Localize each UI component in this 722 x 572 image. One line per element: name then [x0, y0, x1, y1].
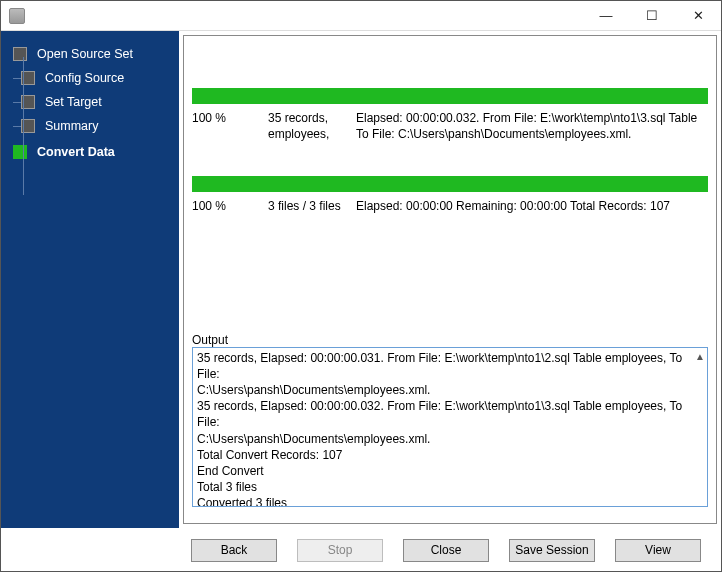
step-box-icon [13, 47, 27, 61]
file-progress-details: Elapsed: 00:00:00.032. From File: E:\wor… [356, 110, 708, 142]
step-set-target[interactable]: Set Target [31, 95, 179, 109]
step-box-icon [13, 145, 27, 159]
minimize-button[interactable]: — [583, 1, 629, 30]
step-label: Summary [45, 119, 98, 133]
output-label: Output [192, 333, 708, 347]
maximize-button[interactable]: ☐ [629, 1, 675, 30]
wizard-sidebar: Open Source Set Config Source Set Target… [1, 31, 179, 528]
save-session-button[interactable]: Save Session [509, 539, 595, 562]
total-progress-bar [192, 176, 708, 192]
output-line: C:\Users\pansh\Documents\employees.xml. [197, 431, 703, 447]
total-progress-details: Elapsed: 00:00:00 Remaining: 00:00:00 To… [356, 198, 708, 214]
window-controls: — ☐ ✕ [583, 1, 721, 30]
step-label: Config Source [45, 71, 124, 85]
tree-branch [13, 78, 21, 79]
step-label: Convert Data [37, 145, 115, 159]
content-panel: 100 % 35 records, employees, Elapsed: 00… [183, 35, 717, 524]
close-window-button[interactable]: ✕ [675, 1, 721, 30]
output-line: C:\Users\pansh\Documents\employees.xml. [197, 382, 703, 398]
file-progress-records: 35 records, employees, [268, 110, 356, 142]
step-label: Set Target [45, 95, 102, 109]
total-progress-block: 100 % 3 files / 3 files Elapsed: 00:00:0… [192, 176, 708, 214]
step-summary[interactable]: Summary [31, 119, 179, 133]
total-progress-percent: 100 % [192, 198, 268, 214]
step-config-source[interactable]: Config Source [31, 71, 179, 85]
step-convert-data[interactable]: Convert Data [13, 145, 179, 159]
scroll-up-icon[interactable]: ▲ [695, 350, 705, 364]
close-button[interactable]: Close [403, 539, 489, 562]
file-progress-bar [192, 88, 708, 104]
file-progress-percent: 100 % [192, 110, 268, 142]
app-icon [9, 8, 25, 24]
title-bar: — ☐ ✕ [1, 1, 721, 31]
tree-connector [23, 57, 24, 195]
to-file-line: To File: C:\Users\pansh\Documents\employ… [356, 126, 708, 142]
button-bar: Back Stop Close Save Session View [1, 528, 721, 572]
table-line: employees, [268, 126, 356, 142]
output-line: Converted 3 files [197, 495, 703, 506]
records-line: 35 records, [268, 110, 356, 126]
output-line: 35 records, Elapsed: 00:00:00.031. From … [197, 350, 703, 382]
step-open-source-set[interactable]: Open Source Set [13, 47, 179, 61]
output-line: Total 3 files [197, 479, 703, 495]
file-progress-info: 100 % 35 records, employees, Elapsed: 00… [192, 110, 708, 142]
step-label: Open Source Set [37, 47, 133, 61]
output-line: 35 records, Elapsed: 00:00:00.032. From … [197, 398, 703, 430]
output-line: Total Convert Records: 107 [197, 447, 703, 463]
elapsed-from-line: Elapsed: 00:00:00.032. From File: E:\wor… [356, 110, 708, 126]
file-progress-block: 100 % 35 records, employees, Elapsed: 00… [192, 88, 708, 142]
tree-branch [13, 126, 21, 127]
total-progress-info: 100 % 3 files / 3 files Elapsed: 00:00:0… [192, 198, 708, 214]
output-line: End Convert [197, 463, 703, 479]
output-log[interactable]: ▲ 35 records, Elapsed: 00:00:00.031. Fro… [192, 347, 708, 507]
main-area: Open Source Set Config Source Set Target… [1, 31, 721, 528]
back-button[interactable]: Back [191, 539, 277, 562]
view-button[interactable]: View [615, 539, 701, 562]
total-progress-files: 3 files / 3 files [268, 198, 356, 214]
stop-button: Stop [297, 539, 383, 562]
tree-branch [13, 102, 21, 103]
